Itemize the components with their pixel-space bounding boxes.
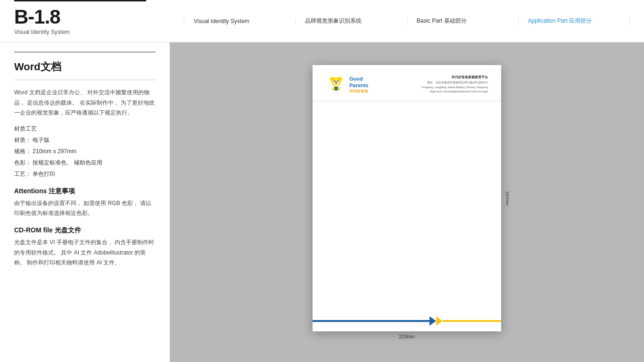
doc-logo: Good Parents 时代好爸爸 [326, 74, 368, 95]
nav-basic-link[interactable]: Basic Part 基础部分 [417, 17, 467, 25]
nav-link-app[interactable]: Application Part 应用部分 [519, 17, 630, 25]
svg-rect-8 [332, 87, 335, 90]
logo-svg [326, 74, 347, 95]
svg-rect-9 [338, 87, 340, 90]
page-code: B-1.8 [14, 7, 184, 27]
sidebar-mid-divider [14, 80, 156, 80]
top-navigation: B-1.8 Visual Identity System Visual Iden… [0, 0, 644, 42]
logo-text: Good Parents 时代好爸爸 [349, 76, 368, 93]
svg-point-5 [337, 81, 339, 82]
content-area: Good Parents 时代好爸爸 时代好爸爸家庭教育平台 地址：北京市海淀区… [170, 42, 644, 362]
logo-cn: 时代好爸爸 [349, 89, 368, 94]
nav-vis-link[interactable]: Visual Identity System [194, 18, 249, 25]
spec-3: 工艺： 单色打印 [14, 168, 156, 180]
nav-brand-link[interactable]: 品牌视觉形象识别系统 [305, 17, 362, 25]
nav-link-basic[interactable]: Basic Part 基础部分 [407, 17, 519, 25]
logo-parents: Parents [349, 82, 368, 89]
cdrom-title: CD-ROM file 光盘文件 [14, 226, 156, 235]
nav-links-group: Visual Identity System 品牌视觉形象识别系统 Basic … [184, 17, 630, 25]
document-container: Good Parents 时代好爸爸 时代好爸爸家庭教育平台 地址：北京市海淀区… [313, 65, 501, 331]
top-accent-bar [14, 0, 146, 1]
document-wrapper: Good Parents 时代好爸爸 时代好爸爸家庭教育平台 地址：北京市海淀区… [313, 65, 501, 339]
nav-link-vis[interactable]: Visual Identity System [184, 18, 296, 25]
section-title: Word文档 [14, 60, 156, 74]
address-line1: 地址：北京市海淀区香格里拉8号4栋4号1层WO1 [421, 81, 488, 85]
dimension-bottom-label: 210mm [399, 334, 414, 339]
spec-0: 材质： 电子版 [14, 134, 156, 146]
logo-good: Good [349, 76, 368, 82]
spec-2: 色彩： 按规定标准色、 辅助色应用 [14, 157, 156, 168]
address-line3: High-tech Industrialdevelopment Zone thr… [421, 90, 488, 94]
svg-point-6 [335, 82, 337, 83]
cdrom-text: 光盘文件是本 VI 手册电子文件的集合， 内含手册制作时的专用软件格式。 其中 … [14, 238, 156, 268]
footer-chevron [429, 316, 436, 326]
spec-1: 规格： 210mm x 297mm [14, 146, 156, 157]
logo-icon [326, 74, 347, 95]
main-content: Word文档 Word 文档是企业日常办公、 对外交流中频繁使用的物品， 是信息… [0, 42, 644, 362]
footer-yellow-line [443, 320, 501, 322]
platform-name: 时代好爸爸家庭教育平台 [421, 74, 488, 80]
doc-footer [313, 316, 501, 331]
material-title: 材质工艺 [14, 123, 156, 134]
nav-brand-section: B-1.8 Visual Identity System [14, 7, 184, 35]
a4-document: Good Parents 时代好爸爸 时代好爸爸家庭教育平台 地址：北京市海淀区… [313, 65, 501, 331]
footer-blue-line [313, 320, 429, 322]
address-line2: Yongning, Langfang, Hebei Beijing Yizhon… [421, 85, 488, 90]
sidebar: Word文档 Word 文档是企业日常办公、 对外交流中频繁使用的物品， 是信息… [0, 42, 170, 362]
doc-header: Good Parents 时代好爸爸 时代好爸爸家庭教育平台 地址：北京市海淀区… [313, 65, 501, 101]
dimension-side-label: 297mm [505, 191, 510, 205]
body-text: Word 文档是企业日常办公、 对外交流中频繁使用的物品， 是信息传达的载体。 … [14, 88, 156, 118]
footer-chevron2 [436, 316, 443, 326]
attention-title: Attentions 注意事项 [14, 187, 156, 196]
doc-address: 时代好爸爸家庭教育平台 地址：北京市海淀区香格里拉8号4栋4号1层WO1 Yon… [421, 74, 488, 94]
attention-text: 由于输出设备的设置不同， 如需使用 RGB 色彩， 请以印刷色值为标准选择相近色… [14, 198, 156, 219]
svg-point-4 [334, 81, 336, 82]
doc-body [313, 101, 501, 316]
sidebar-top-divider [14, 52, 156, 52]
nav-link-brand[interactable]: 品牌视觉形象识别系统 [296, 17, 407, 25]
nav-app-link[interactable]: Application Part 应用部分 [528, 17, 592, 25]
page-subtitle: Visual Identity System [14, 29, 184, 35]
